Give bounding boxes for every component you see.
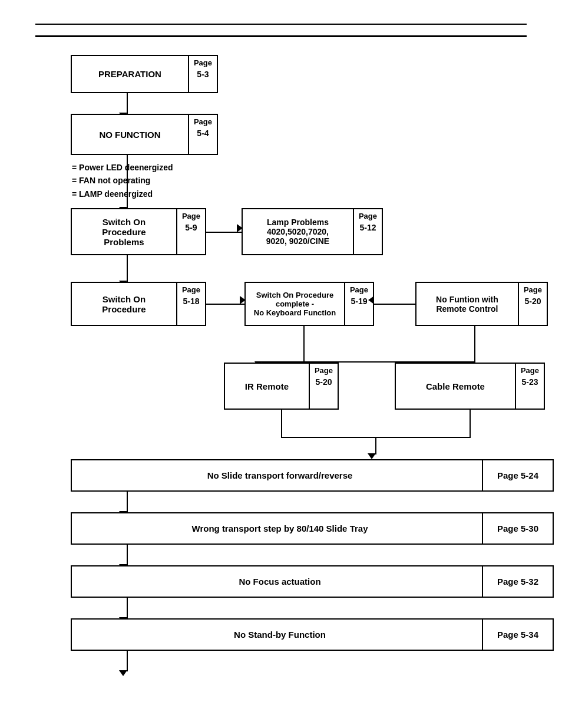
switch-on-procedure-label: Switch On Procedure [72, 283, 176, 325]
arrow-nofunc-sop [127, 155, 128, 208]
switch-on-complete-label: Switch On Procedure complete - No Keyboa… [246, 283, 344, 325]
arrow-cable-down [470, 410, 471, 438]
arrow-nfr-spc-h [374, 304, 415, 305]
arrow-merge-down [375, 437, 376, 454]
preparation-box: PREPARATION Page 5-3 [71, 55, 218, 93]
switch-on-procedure-page: Page 5-18 [176, 283, 205, 325]
lamp-problems-page: Page 5-12 [353, 209, 382, 254]
ir-remote-label: IR Remote [225, 364, 309, 409]
cable-remote-box: Cable Remote Page 5-23 [395, 363, 545, 410]
no-function-remote-label: No Funtion with Remote Control [416, 283, 518, 325]
preparation-label: PREPARATION [72, 56, 188, 92]
note-line1: = Power LED deenergized [72, 161, 173, 174]
ir-remote-box: IR Remote Page 5-20 [224, 363, 339, 410]
cable-remote-page: Page 5-23 [515, 364, 544, 409]
no-slide-box: No Slide transport forward/reverse Page … [71, 459, 554, 492]
arrow-sop-lamp-h [206, 232, 242, 233]
switch-on-procedure-box: Switch On Procedure Page 5-18 [71, 282, 206, 326]
switch-on-complete-box: Switch On Procedure complete - No Keyboa… [244, 282, 374, 326]
top-line [35, 24, 527, 25]
no-focus-box: No Focus actuation Page 5-32 [71, 565, 554, 598]
arrow-nf-nsb [127, 598, 128, 618]
lamp-problems-label: Lamp Problems 4020,5020,7020, 9020, 9020… [243, 209, 353, 254]
wrong-transport-page: Page 5-30 [482, 513, 553, 543]
ir-remote-page: Page 5-20 [309, 364, 338, 409]
arrow-ir-down [281, 410, 282, 438]
section-line [35, 35, 527, 37]
switch-on-problems-box: Switch On Procedure Problems Page 5-9 [71, 208, 206, 255]
switch-on-problems-label: Switch On Procedure Problems [72, 209, 176, 254]
no-function-remote-box: No Funtion with Remote Control Page 5-20 [415, 282, 548, 326]
no-standby-page: Page 5-34 [482, 620, 553, 650]
arrow-noslide-wt [127, 492, 128, 512]
no-slide-label: No Slide transport forward/reverse [72, 460, 482, 490]
arrowhead-end [119, 670, 127, 676]
arrowhead-noslide [368, 453, 376, 459]
no-focus-label: No Focus actuation [72, 566, 482, 597]
no-function-page: Page 5-4 [188, 115, 217, 154]
arrow-wt-nf [127, 545, 128, 565]
wrong-transport-box: Wrong transport step by 80/140 Slide Tra… [71, 512, 554, 545]
lamp-problems-box: Lamp Problems 4020,5020,7020, 9020, 9020… [242, 208, 383, 255]
arrow-nfr-down [474, 326, 475, 361]
arrow-prep-nofunc [127, 93, 128, 114]
arrow-spc-down [303, 326, 305, 361]
preparation-page: Page 5-3 [188, 56, 217, 92]
arrow-sp-spc-h [206, 304, 244, 305]
no-function-label: NO FUNCTION [72, 115, 188, 154]
page-wrapper: PREPARATION Page 5-3 NO FUNCTION Page 5-… [0, 0, 562, 697]
cable-remote-label: Cable Remote [396, 364, 515, 409]
switch-on-problems-page: Page 5-9 [176, 209, 205, 254]
no-function-remote-page: Page 5-20 [518, 283, 547, 325]
flowchart: PREPARATION Page 5-3 NO FUNCTION Page 5-… [35, 55, 527, 674]
no-function-note: = Power LED deenergized = FAN not operat… [72, 161, 173, 200]
no-slide-page: Page 5-24 [482, 460, 553, 490]
note-line2: = FAN not operating [72, 174, 173, 187]
no-focus-page: Page 5-32 [482, 566, 553, 597]
arrowhead-nfr-spc [368, 296, 374, 304]
arrow-nsb-end [127, 651, 128, 671]
arrow-sop-sp [127, 255, 128, 282]
no-standby-box: No Stand-by Function Page 5-34 [71, 618, 554, 651]
no-standby-label: No Stand-by Function [72, 620, 482, 650]
wrong-transport-label: Wrong transport step by 80/140 Slide Tra… [72, 513, 482, 543]
note-line3: = LAMP deenergized [72, 187, 173, 200]
no-function-box: NO FUNCTION Page 5-4 [71, 114, 218, 155]
